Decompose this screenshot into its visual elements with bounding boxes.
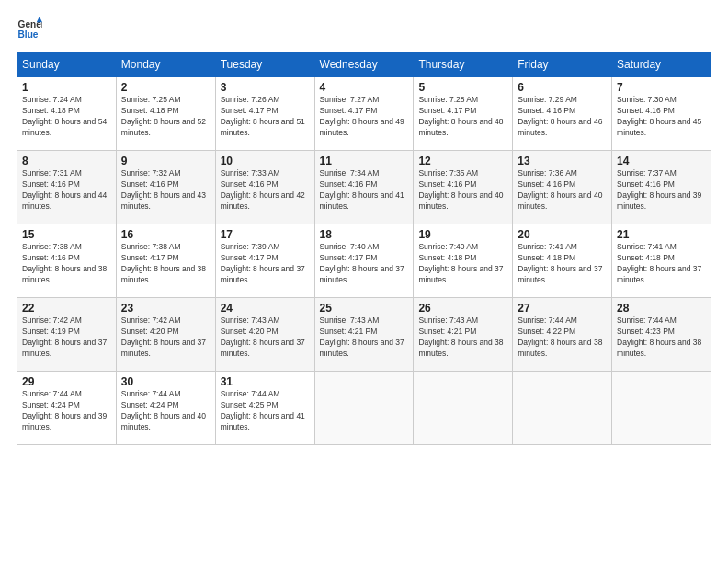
calendar-cell: 11 Sunrise: 7:34 AM Sunset: 4:16 PM Dayl… [314,151,414,224]
day-number: 5 [418,81,507,94]
day-number: 24 [221,302,310,315]
svg-text:Blue: Blue [18,29,39,40]
calendar-cell: 18 Sunrise: 7:40 AM Sunset: 4:17 PM Dayl… [314,224,414,298]
calendar-cell: 14 Sunrise: 7:37 AM Sunset: 4:16 PM Dayl… [612,151,711,224]
day-number: 11 [320,155,409,167]
day-number: 17 [221,228,310,241]
weekday-header-saturday: Saturday [612,52,711,77]
calendar-cell [513,372,612,445]
day-info: Sunrise: 7:25 AM Sunset: 4:18 PM Dayligh… [121,95,210,139]
calendar-cell: 3 Sunrise: 7:26 AM Sunset: 4:17 PM Dayli… [215,77,314,151]
day-info: Sunrise: 7:44 AM Sunset: 4:24 PM Dayligh… [121,389,210,433]
day-info: Sunrise: 7:36 AM Sunset: 4:16 PM Dayligh… [518,168,607,213]
calendar-cell: 24 Sunrise: 7:43 AM Sunset: 4:20 PM Dayl… [215,298,314,372]
calendar-cell: 10 Sunrise: 7:33 AM Sunset: 4:16 PM Dayl… [215,151,314,224]
calendar-cell: 21 Sunrise: 7:41 AM Sunset: 4:18 PM Dayl… [612,224,711,298]
day-info: Sunrise: 7:44 AM Sunset: 4:24 PM Dayligh… [22,389,111,433]
calendar-table: SundayMondayTuesdayWednesdayThursdayFrid… [17,52,711,445]
day-info: Sunrise: 7:44 AM Sunset: 4:22 PM Dayligh… [518,316,607,360]
day-number: 8 [22,155,111,167]
day-info: Sunrise: 7:31 AM Sunset: 4:16 PM Dayligh… [22,168,111,213]
calendar-cell: 25 Sunrise: 7:43 AM Sunset: 4:21 PM Dayl… [314,298,414,372]
day-number: 23 [121,302,210,315]
weekday-header-tuesday: Tuesday [215,52,314,77]
day-number: 10 [221,155,310,167]
calendar-cell: 20 Sunrise: 7:41 AM Sunset: 4:18 PM Dayl… [513,224,612,298]
day-number: 28 [617,302,706,315]
logo-icon: General Blue [17,17,42,42]
day-number: 25 [320,302,409,315]
day-number: 15 [22,228,111,241]
calendar-cell: 5 Sunrise: 7:28 AM Sunset: 4:17 PM Dayli… [414,77,513,151]
calendar-cell: 8 Sunrise: 7:31 AM Sunset: 4:16 PM Dayli… [17,151,117,224]
calendar-cell: 6 Sunrise: 7:29 AM Sunset: 4:16 PM Dayli… [513,77,612,151]
day-info: Sunrise: 7:44 AM Sunset: 4:25 PM Dayligh… [221,389,310,433]
calendar-cell: 4 Sunrise: 7:27 AM Sunset: 4:17 PM Dayli… [314,77,414,151]
calendar-cell: 26 Sunrise: 7:43 AM Sunset: 4:21 PM Dayl… [414,298,513,372]
day-number: 4 [320,81,409,94]
day-number: 2 [121,81,210,94]
day-number: 13 [518,155,607,167]
day-number: 20 [518,228,607,241]
weekday-header-wednesday: Wednesday [314,52,414,77]
day-number: 9 [121,155,210,167]
day-number: 21 [617,228,706,241]
day-info: Sunrise: 7:42 AM Sunset: 4:20 PM Dayligh… [121,316,210,360]
calendar-cell: 19 Sunrise: 7:40 AM Sunset: 4:18 PM Dayl… [414,224,513,298]
day-info: Sunrise: 7:24 AM Sunset: 4:18 PM Dayligh… [22,95,111,139]
day-info: Sunrise: 7:43 AM Sunset: 4:21 PM Dayligh… [418,316,507,360]
weekday-header-sunday: Sunday [17,52,117,77]
page-header: General Blue [17,17,711,42]
day-info: Sunrise: 7:34 AM Sunset: 4:16 PM Dayligh… [320,168,409,213]
day-info: Sunrise: 7:32 AM Sunset: 4:16 PM Dayligh… [121,168,210,213]
day-info: Sunrise: 7:33 AM Sunset: 4:16 PM Dayligh… [221,168,310,213]
day-info: Sunrise: 7:41 AM Sunset: 4:18 PM Dayligh… [617,242,706,286]
day-number: 30 [121,375,210,388]
day-number: 3 [221,81,310,94]
calendar-cell [612,372,711,445]
day-info: Sunrise: 7:43 AM Sunset: 4:20 PM Dayligh… [221,316,310,360]
day-number: 16 [121,228,210,241]
day-number: 27 [518,302,607,315]
day-info: Sunrise: 7:27 AM Sunset: 4:17 PM Dayligh… [320,95,409,139]
calendar-cell: 16 Sunrise: 7:38 AM Sunset: 4:17 PM Dayl… [116,224,215,298]
calendar-cell: 2 Sunrise: 7:25 AM Sunset: 4:18 PM Dayli… [116,77,215,151]
day-number: 22 [22,302,111,315]
day-info: Sunrise: 7:38 AM Sunset: 4:16 PM Dayligh… [22,242,111,286]
day-info: Sunrise: 7:40 AM Sunset: 4:17 PM Dayligh… [320,242,409,286]
day-number: 14 [617,155,706,167]
calendar-cell: 9 Sunrise: 7:32 AM Sunset: 4:16 PM Dayli… [116,151,215,224]
day-number: 26 [418,302,507,315]
day-info: Sunrise: 7:29 AM Sunset: 4:16 PM Dayligh… [518,95,607,139]
day-number: 12 [418,155,507,167]
calendar-cell: 12 Sunrise: 7:35 AM Sunset: 4:16 PM Dayl… [414,151,513,224]
calendar-cell: 28 Sunrise: 7:44 AM Sunset: 4:23 PM Dayl… [612,298,711,372]
day-info: Sunrise: 7:40 AM Sunset: 4:18 PM Dayligh… [418,242,507,286]
day-info: Sunrise: 7:42 AM Sunset: 4:19 PM Dayligh… [22,316,111,360]
day-number: 7 [617,81,706,94]
calendar-cell: 29 Sunrise: 7:44 AM Sunset: 4:24 PM Dayl… [17,372,117,445]
weekday-header-thursday: Thursday [414,52,513,77]
logo: General Blue [17,17,42,42]
day-info: Sunrise: 7:38 AM Sunset: 4:17 PM Dayligh… [121,242,210,286]
calendar-cell: 22 Sunrise: 7:42 AM Sunset: 4:19 PM Dayl… [17,298,117,372]
calendar-cell: 17 Sunrise: 7:39 AM Sunset: 4:17 PM Dayl… [215,224,314,298]
day-info: Sunrise: 7:26 AM Sunset: 4:17 PM Dayligh… [221,95,310,139]
weekday-header-monday: Monday [116,52,215,77]
day-info: Sunrise: 7:28 AM Sunset: 4:17 PM Dayligh… [418,95,507,139]
day-info: Sunrise: 7:30 AM Sunset: 4:16 PM Dayligh… [617,95,706,139]
calendar-cell: 31 Sunrise: 7:44 AM Sunset: 4:25 PM Dayl… [215,372,314,445]
calendar-cell [314,372,414,445]
calendar-cell [414,372,513,445]
day-info: Sunrise: 7:35 AM Sunset: 4:16 PM Dayligh… [418,168,507,213]
day-number: 29 [22,375,111,388]
calendar-cell: 23 Sunrise: 7:42 AM Sunset: 4:20 PM Dayl… [116,298,215,372]
day-info: Sunrise: 7:37 AM Sunset: 4:16 PM Dayligh… [617,168,706,213]
calendar-cell: 30 Sunrise: 7:44 AM Sunset: 4:24 PM Dayl… [116,372,215,445]
calendar-cell: 7 Sunrise: 7:30 AM Sunset: 4:16 PM Dayli… [612,77,711,151]
calendar-cell: 15 Sunrise: 7:38 AM Sunset: 4:16 PM Dayl… [17,224,117,298]
calendar-cell: 13 Sunrise: 7:36 AM Sunset: 4:16 PM Dayl… [513,151,612,224]
day-info: Sunrise: 7:41 AM Sunset: 4:18 PM Dayligh… [518,242,607,286]
day-number: 6 [518,81,607,94]
day-number: 18 [320,228,409,241]
